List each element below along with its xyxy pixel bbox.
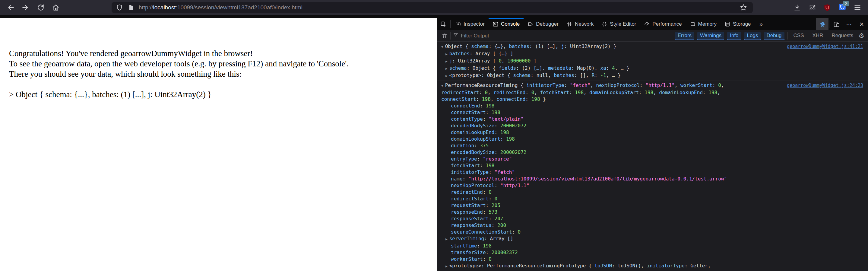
twisty-icon[interactable]: ▶ xyxy=(445,73,450,79)
twisty-icon[interactable]: ▶ xyxy=(445,51,450,58)
console-token: : xyxy=(474,143,480,149)
console-token: : xyxy=(564,82,570,89)
twisty-icon[interactable]: ▶ xyxy=(445,58,450,65)
tab-console[interactable]: Console xyxy=(489,18,524,30)
console-token: : xyxy=(606,65,612,71)
tab-memory[interactable]: Memory xyxy=(686,18,720,30)
filter-output-input[interactable]: Filter Output xyxy=(453,32,675,39)
console-token: : Map(0), xyxy=(571,65,600,71)
forward-button[interactable] xyxy=(21,2,31,13)
console-token: : Array [ {…} ] xyxy=(470,51,513,57)
console-line: ▶serverTiming: Array [] xyxy=(437,235,868,243)
back-button[interactable] xyxy=(5,2,16,13)
divider xyxy=(787,32,788,39)
console-token: : xyxy=(594,72,600,79)
console-line: contentType: "text/plain" xyxy=(437,116,868,123)
console-token: "text/plain" xyxy=(489,116,524,123)
pick-element-button[interactable] xyxy=(437,18,450,30)
console-line: entryType: "resource" xyxy=(437,156,868,162)
tab-storage[interactable]: Storage xyxy=(720,18,755,30)
console-token: duration xyxy=(451,143,474,149)
filter-pill-errors[interactable]: Errors xyxy=(675,32,694,39)
filter-pill-xhr[interactable]: XHR xyxy=(810,32,826,39)
console-log-row: ▼PerformanceResourceTiming { initiatorTy… xyxy=(437,81,868,269)
console-token: 198 xyxy=(645,89,653,96)
tab-overflow-chevron[interactable]: » xyxy=(755,18,768,30)
console-line: ▶<prototype>: PerformanceResourceTimingP… xyxy=(437,263,868,269)
devtools-more-button[interactable]: ⋯ xyxy=(843,18,855,30)
console-token: , xyxy=(721,82,724,89)
console-token: -1 xyxy=(600,72,606,79)
console-token: redirectEnd xyxy=(451,189,483,195)
console-token: : xyxy=(512,229,518,235)
filter-pill-info[interactable]: Info xyxy=(727,32,741,39)
url-scheme: http:// xyxy=(139,4,153,11)
console-token: 198 xyxy=(483,243,492,249)
tab-debugger[interactable]: Debugger xyxy=(524,18,562,30)
console-token: startTime xyxy=(451,243,477,249)
console-settings-gear-icon[interactable]: ⚙ xyxy=(858,32,864,40)
console-token: : Uint32Array(2) } xyxy=(564,43,617,50)
page-text-line: To see the geoarrow data, open the web d… xyxy=(9,59,431,69)
console-url-link[interactable]: http://localhost:10099/session/viewhtml1… xyxy=(471,176,724,182)
console-token: <prototype> xyxy=(450,263,482,269)
clear-console-button[interactable] xyxy=(439,31,450,40)
twisty-icon[interactable]: ▶ xyxy=(445,65,450,72)
twisty-icon[interactable]: ▶ xyxy=(445,263,450,269)
twisty-icon[interactable]: ▼ xyxy=(441,44,445,51)
console-token: 247 xyxy=(495,215,503,222)
filter-pill-css[interactable]: CSS xyxy=(791,32,807,39)
tab-network[interactable]: Network xyxy=(562,18,597,30)
tab-inspector[interactable]: Inspector xyxy=(451,18,489,30)
password-extension-icon[interactable]: 2 xyxy=(837,2,847,13)
downloads-button[interactable] xyxy=(792,2,802,13)
page-text-line: > Object { schema: {...}, batches: (1) [… xyxy=(9,89,431,99)
framework-devtools-icon[interactable] xyxy=(816,18,829,30)
console-token: 198 xyxy=(500,129,509,136)
console-token: connectEnd xyxy=(451,102,480,109)
menu-button[interactable] xyxy=(852,2,863,13)
url-bar[interactable]: http://localhost:10099/session/viewhtml1… xyxy=(112,2,753,13)
console-line: connectStart: 198 xyxy=(437,109,868,116)
devtools-panel: InspectorConsoleDebuggerNetworkStyle Edi… xyxy=(437,18,868,271)
tab-label: Style Editor xyxy=(610,21,636,27)
console-token: connectStart xyxy=(451,109,486,116)
console-token: : Object { xyxy=(482,72,513,79)
web-page-content: Congratulations! You've rendered geoarro… xyxy=(0,18,437,271)
extensions-button[interactable] xyxy=(807,2,817,13)
tab-performance[interactable]: Performance xyxy=(640,18,685,30)
devtools-close-button[interactable]: ✕ xyxy=(855,18,868,30)
console-token: R xyxy=(592,72,595,79)
console-token: 198 xyxy=(492,109,500,116)
source-location-link[interactable]: geoarrowDummyWidget.js:24:23 xyxy=(787,82,863,89)
console-token: : xyxy=(477,243,483,249)
devtools-tabs: InspectorConsoleDebuggerNetworkStyle Edi… xyxy=(451,18,755,30)
bookmark-star-icon[interactable] xyxy=(738,2,749,13)
filter-pill-debug[interactable]: Debug xyxy=(764,32,784,39)
console-token: PerformanceResourceTiming { xyxy=(445,82,527,89)
source-location-link[interactable]: geoarrowDummyWidget.js:41:21 xyxy=(787,43,863,50)
console-input-row[interactable] xyxy=(437,269,868,271)
shield-icon[interactable] xyxy=(116,4,123,11)
console-token: initiatorType xyxy=(647,263,685,269)
reload-button[interactable] xyxy=(36,2,46,13)
console-token: fetchStart xyxy=(451,162,480,169)
filter-pill-warnings[interactable]: Warnings xyxy=(697,32,724,39)
tab-label: Performance xyxy=(652,21,682,27)
console-token: : xyxy=(495,182,500,189)
console-token: : xyxy=(500,136,506,143)
page-info-icon[interactable] xyxy=(127,4,134,11)
console-token: : xyxy=(492,222,497,229)
console-line: name: "http://localhost:10099/session/vi… xyxy=(437,176,868,182)
console-token: : xyxy=(483,189,489,195)
responsive-mode-button[interactable] xyxy=(830,18,843,30)
twisty-icon[interactable]: ▼ xyxy=(441,83,445,89)
console-token: fetchStart xyxy=(540,89,569,96)
ublock-extension-icon[interactable] xyxy=(822,2,832,13)
home-button[interactable] xyxy=(51,2,61,13)
tab-style-editor[interactable]: Style Editor xyxy=(597,18,640,30)
filter-pill-logs[interactable]: Logs xyxy=(744,32,761,39)
inspector-icon xyxy=(455,21,461,27)
filter-pill-requests[interactable]: Requests xyxy=(829,32,856,39)
twisty-icon[interactable]: ▶ xyxy=(445,236,450,243)
